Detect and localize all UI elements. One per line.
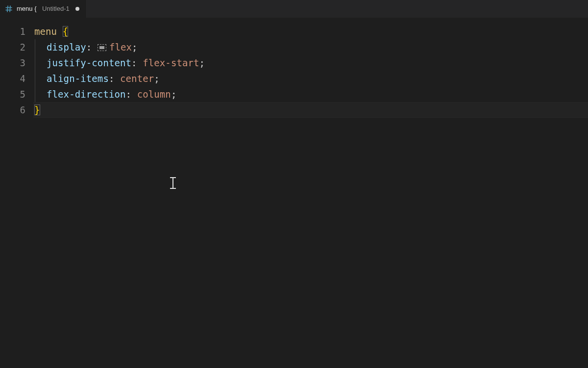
css-property: align-items [47, 73, 109, 84]
colon: : [126, 89, 132, 100]
editor-tab[interactable]: menu { Untitled-1 [0, 0, 86, 18]
code-line[interactable]: justify-content: flex-start; [34, 55, 588, 71]
tab-bar: menu { Untitled-1 [0, 0, 588, 18]
semicolon: ; [199, 57, 205, 68]
flex-hint-icon [98, 44, 106, 51]
line-number: 3 [0, 55, 25, 71]
css-property: justify-content [47, 57, 131, 68]
indent-guide-icon [35, 86, 47, 102]
indent-guide-icon [35, 71, 47, 86]
css-value: flex [109, 42, 132, 53]
tab-title-main: menu { [17, 0, 38, 18]
code-line[interactable]: display: flex; [34, 39, 588, 55]
line-number-gutter: 1 2 3 4 5 6 [0, 18, 34, 368]
line-number: 2 [0, 39, 25, 55]
css-value: center [120, 73, 154, 84]
code-area[interactable]: menu { display: flex; justify-content: f… [34, 18, 588, 368]
colon: : [131, 57, 137, 68]
css-property: display [47, 42, 86, 53]
css-value: column [137, 89, 171, 100]
line-number: 6 [0, 102, 25, 118]
line-number: 4 [0, 71, 25, 86]
css-selector: menu [34, 26, 57, 37]
colon: : [109, 73, 115, 84]
open-brace: { [63, 26, 69, 37]
indent-guide-icon [35, 39, 47, 55]
code-line[interactable]: flex-direction: column; [34, 86, 588, 102]
code-line[interactable]: } [34, 102, 588, 118]
line-number: 5 [0, 86, 25, 102]
semicolon: ; [171, 89, 177, 100]
indent-guide-icon [35, 55, 47, 71]
close-brace: } [34, 105, 40, 115]
code-line[interactable]: menu { [34, 24, 588, 39]
colon: : [86, 42, 92, 53]
semicolon: ; [132, 42, 138, 53]
line-number: 1 [0, 24, 25, 39]
css-property: flex-direction [47, 89, 126, 100]
css-value: flex-start [143, 57, 199, 68]
tab-title-sub: Untitled-1 [42, 0, 70, 18]
semicolon: ; [154, 73, 160, 84]
hash-icon [5, 5, 13, 13]
code-line[interactable]: align-items: center; [34, 71, 588, 86]
code-editor[interactable]: 1 2 3 4 5 6 menu { display: flex; justif… [0, 18, 588, 368]
unsaved-indicator-icon[interactable] [75, 7, 79, 11]
